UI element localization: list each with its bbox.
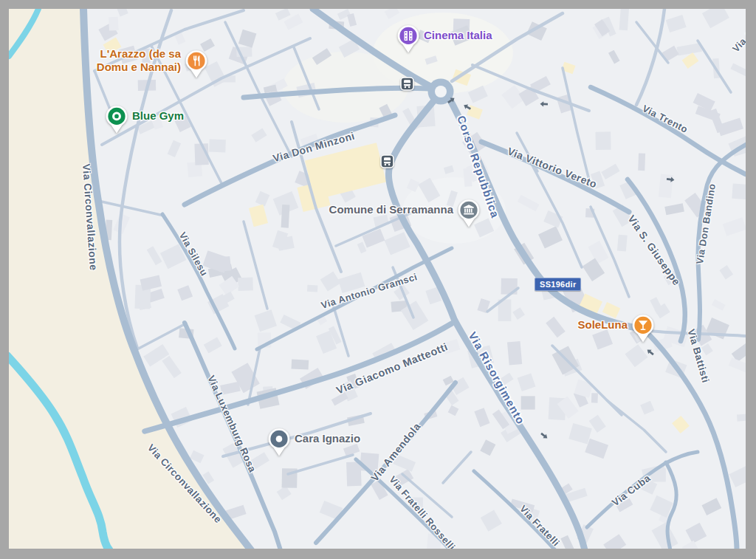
poi-label-line: L'Arazzo (de sa (97, 47, 181, 61)
field-area (9, 9, 251, 549)
cocktail-icon (630, 313, 656, 344)
dot-icon (267, 427, 292, 458)
route-badge-ss196dir: SS196dir (535, 278, 581, 291)
map-frame: Via Don MinzoniCorso RepubblicaVia Vitto… (0, 0, 756, 559)
poi-label-cara-ignazio[interactable]: Cara Ignazio (295, 432, 360, 445)
poi-pin-cara-ignazio[interactable] (267, 427, 292, 458)
map-base-tiles (9, 9, 746, 549)
poi-label-cinema-italia[interactable]: Cinema Italia (424, 29, 492, 42)
map-canvas[interactable]: Via Don MinzoniCorso RepubblicaVia Vitto… (9, 9, 746, 549)
government-icon (456, 198, 481, 229)
ring-icon (104, 104, 129, 135)
poi-pin-blue-gym[interactable] (104, 104, 129, 135)
poi-label-comune-di-serramanna[interactable]: Comune di Serramanna (329, 203, 453, 216)
bus-stop-icon[interactable] (380, 154, 394, 168)
restaurant-icon (184, 49, 209, 80)
poi-label-blue-gym[interactable]: Blue Gym (132, 109, 184, 123)
poi-pin-cinema-italia[interactable] (396, 24, 421, 55)
bus-stop-icon[interactable] (400, 77, 414, 91)
poi-label-line: Domu e Nannai) (97, 61, 181, 74)
poi-pin-soleluna[interactable] (630, 313, 656, 344)
poi-pin-comune-di-serramanna[interactable] (456, 198, 481, 229)
poi-pin-larazzo-de-sa-domu-e-nannai[interactable] (184, 49, 209, 80)
poi-label-larazzo-de-sa-domu-e-nannai[interactable]: L'Arazzo (de saDomu e Nannai) (97, 47, 181, 74)
film-icon (396, 24, 421, 55)
poi-label-soleluna[interactable]: SoleLuna (577, 318, 628, 332)
